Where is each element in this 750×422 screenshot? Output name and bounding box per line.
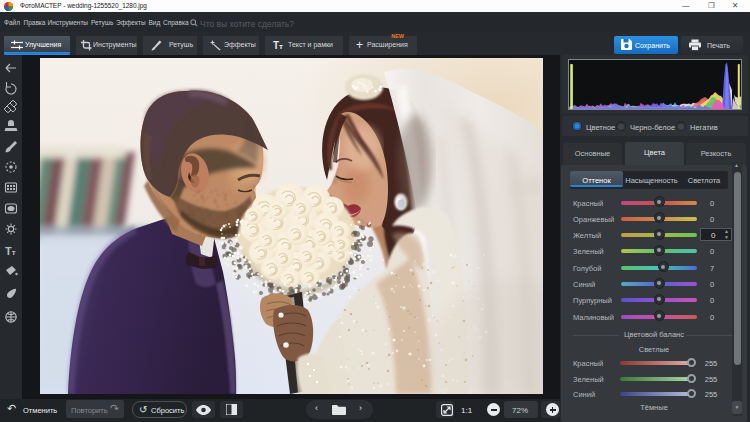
svg-text:Tт: Tт <box>5 245 16 257</box>
